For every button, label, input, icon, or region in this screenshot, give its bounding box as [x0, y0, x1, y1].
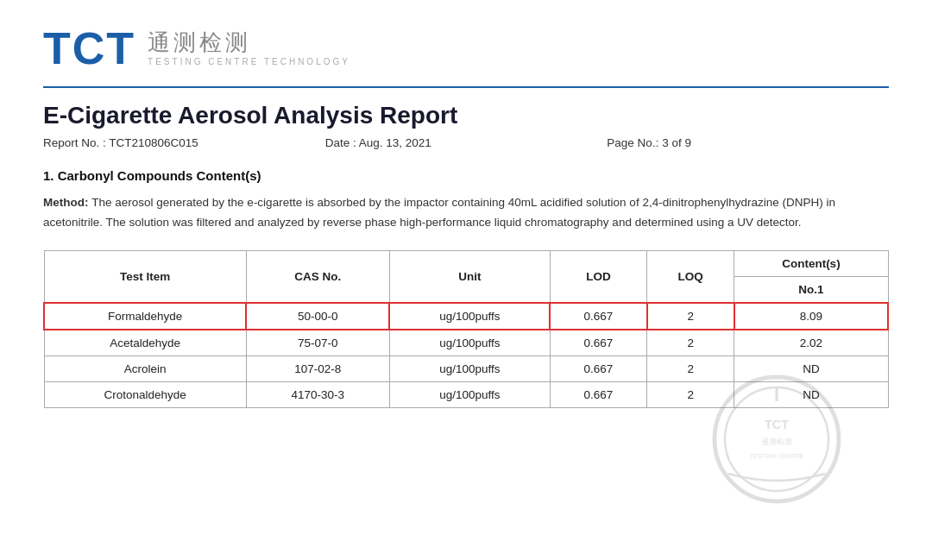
th-loq: LOQ	[647, 250, 734, 303]
cell-lod: 0.667	[550, 381, 646, 407]
cell-loq: 2	[647, 381, 734, 407]
cell-no1: 2.02	[734, 330, 888, 356]
data-table: Test Item CAS No. Unit LOD LOQ Content(s…	[43, 250, 889, 408]
cell-no1: 8.09	[734, 303, 888, 330]
svg-text:通测检测: 通测检测	[761, 437, 792, 446]
method-content: The aerosol generated by the e-cigarette…	[43, 196, 835, 229]
th-cas-no: CAS No.	[246, 250, 389, 303]
cell-no1: ND	[734, 356, 888, 381]
cell-test-item: Crotonaldehyde	[44, 381, 246, 407]
method-text: Method: The aerosol generated by the e-c…	[43, 193, 889, 233]
svg-text:TESTING CENTRE: TESTING CENTRE	[750, 452, 804, 460]
cell-test-item: Acrolein	[44, 356, 246, 381]
cell-cas-no: 50-00-0	[246, 303, 389, 330]
section-number: 1.	[43, 168, 54, 183]
report-no: Report No. : TCT210806C015	[43, 136, 325, 149]
cell-lod: 0.667	[550, 356, 646, 381]
cell-test-item: Formaldehyde	[44, 303, 246, 330]
cell-unit: ug/100puffs	[389, 381, 550, 407]
table-row: Acetaldehyde75-07-0ug/100puffs0.66722.02	[44, 330, 888, 356]
report-date-label: Date :	[325, 136, 359, 149]
logo-chinese-sub: TESTING CENTRE TECHNOLOGY	[148, 57, 350, 66]
top-divider	[43, 86, 889, 88]
page-title: E-Cigarette Aerosol Analysis Report	[43, 102, 889, 129]
th-test-item: Test Item	[44, 250, 246, 303]
svg-text:TCT: TCT	[765, 418, 789, 431]
report-no-value: TCT210806C015	[109, 136, 198, 149]
cell-cas-no: 75-07-0	[246, 330, 389, 356]
cell-loq: 2	[647, 303, 734, 330]
th-no1: No.1	[734, 276, 888, 303]
report-page: Page No.: 3 of 9	[607, 136, 889, 149]
th-contents: Content(s)	[734, 250, 888, 276]
section-heading: 1. Carbonyl Compounds Content(s)	[43, 168, 889, 183]
th-unit: Unit	[389, 250, 550, 303]
method-label: Method:	[43, 196, 91, 209]
report-no-label: Report No. :	[43, 136, 109, 149]
logo-tct: TCT	[43, 26, 135, 71]
cell-no1: ND	[734, 381, 888, 407]
cell-lod: 0.667	[550, 330, 646, 356]
cell-unit: ug/100puffs	[389, 356, 550, 381]
cell-unit: ug/100puffs	[389, 330, 550, 356]
report-page-value: 3 of 9	[662, 136, 691, 149]
logo-area: TCT 通测检测 TESTING CENTRE TECHNOLOGY	[43, 26, 889, 71]
section-title: Carbonyl Compounds Content(s)	[58, 168, 261, 183]
logo-chinese: 通测检测 TESTING CENTRE TECHNOLOGY	[148, 30, 350, 66]
cell-loq: 2	[647, 356, 734, 381]
cell-lod: 0.667	[550, 303, 646, 330]
report-date: Date : Aug. 13, 2021	[325, 136, 608, 149]
report-page-label: Page No.:	[607, 136, 662, 149]
table-row: Crotonaldehyde4170-30-3ug/100puffs0.6672…	[44, 381, 888, 407]
cell-cas-no: 107-02-8	[246, 356, 389, 381]
cell-unit: ug/100puffs	[389, 303, 550, 330]
cell-cas-no: 4170-30-3	[246, 381, 389, 407]
cell-loq: 2	[647, 330, 734, 356]
table-row: Formaldehyde50-00-0ug/100puffs0.66728.09	[44, 303, 888, 330]
cell-test-item: Acetaldehyde	[44, 330, 246, 356]
report-date-value: Aug. 13, 2021	[359, 136, 431, 149]
table-row: Acrolein107-02-8ug/100puffs0.6672ND	[44, 356, 888, 381]
report-meta: Report No. : TCT210806C015 Date : Aug. 1…	[43, 136, 889, 149]
th-lod: LOD	[550, 250, 646, 303]
logo-chinese-main: 通测检测	[148, 30, 350, 55]
